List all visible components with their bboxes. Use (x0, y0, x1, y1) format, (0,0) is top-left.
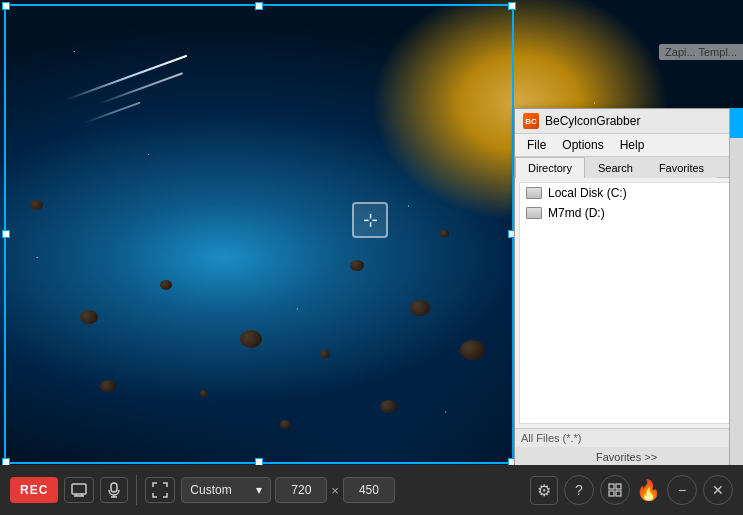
drive-icon-c (526, 187, 542, 199)
width-input[interactable] (275, 477, 327, 503)
drive-icon-d (526, 207, 542, 219)
dimensions-selector: Custom ▾ × (181, 477, 395, 503)
favorites-button[interactable]: Favorites >> (515, 447, 738, 467)
asteroid (200, 390, 208, 397)
shooting-star (84, 102, 141, 124)
fullscreen-button[interactable] (145, 477, 175, 503)
preset-label: Custom (190, 483, 231, 497)
grabber-window: BC BeCylconGrabber File Options Help Dir… (514, 108, 739, 468)
grid-icon (608, 483, 622, 497)
app-icon: BC (523, 113, 539, 129)
settings-button[interactable]: ⚙ (530, 476, 558, 505)
dropdown-arrow: ▾ (256, 483, 262, 497)
move-cursor[interactable]: ⊹ (352, 202, 388, 238)
asteroid (460, 340, 485, 360)
screen-capture-button[interactable] (64, 477, 94, 503)
tab-favorites[interactable]: Favorites (646, 157, 717, 178)
toolbar-right: ⚙ ? 🔥 − ✕ (530, 475, 733, 505)
file-item-local-disk[interactable]: Local Disk (C:) (520, 183, 733, 203)
close-button[interactable]: ✕ (703, 475, 733, 505)
watermark: Zapi... Templ... (659, 44, 743, 60)
grabber-tabs: Directory Search Favorites (515, 157, 738, 178)
asteroid (350, 260, 364, 271)
scrollbar-thumb[interactable] (730, 108, 743, 138)
asteroid (240, 330, 262, 348)
grabber-menubar: File Options Help (515, 134, 738, 157)
flame-icon: 🔥 (636, 478, 661, 502)
rec-button[interactable]: REC (10, 477, 58, 503)
minimize-button[interactable]: − (667, 475, 697, 505)
file-item-m7md[interactable]: M7md (D:) (520, 203, 733, 223)
toolbar-separator-1 (136, 475, 137, 505)
asteroid (280, 420, 291, 429)
svg-rect-7 (609, 484, 614, 489)
microphone-button[interactable] (100, 477, 128, 503)
grabber-titlebar: BC BeCylconGrabber (515, 109, 738, 134)
menu-file[interactable]: File (519, 136, 554, 154)
toolbar: REC Custom ▾ × (0, 465, 743, 515)
grid-button[interactable] (600, 475, 630, 505)
svg-rect-8 (616, 484, 621, 489)
asteroid (30, 200, 43, 210)
svg-rect-0 (72, 484, 86, 494)
svg-rect-10 (616, 491, 621, 496)
menu-help[interactable]: Help (612, 136, 653, 154)
height-input[interactable] (343, 477, 395, 503)
grabber-window-scrollbar[interactable] (729, 108, 743, 468)
m7md-label: M7md (D:) (548, 206, 605, 220)
mic-icon (107, 482, 121, 498)
svg-rect-4 (111, 483, 117, 492)
asteroid (440, 230, 449, 237)
svg-rect-9 (609, 491, 614, 496)
asteroid (410, 300, 430, 316)
asteroid (380, 400, 397, 413)
asteroid (320, 350, 330, 358)
preset-dropdown[interactable]: Custom ▾ (181, 477, 271, 503)
asteroid (160, 280, 172, 290)
shooting-star (98, 72, 183, 105)
file-list: Local Disk (C:) M7md (D:) (519, 182, 734, 424)
help-button[interactable]: ? (564, 475, 594, 505)
tab-search[interactable]: Search (585, 157, 646, 178)
window-title: BeCylconGrabber (545, 114, 640, 128)
all-files-bar: All Files (*.*) (515, 428, 738, 447)
dimension-separator: × (331, 483, 339, 498)
menu-options[interactable]: Options (554, 136, 611, 154)
fullscreen-icon (152, 482, 168, 498)
asteroid (100, 380, 116, 392)
local-disk-label: Local Disk (C:) (548, 186, 627, 200)
tab-directory[interactable]: Directory (515, 157, 585, 178)
screen-icon (71, 482, 87, 498)
asteroid (80, 310, 98, 324)
file-filter-label: All Files (*.*) (521, 432, 582, 444)
